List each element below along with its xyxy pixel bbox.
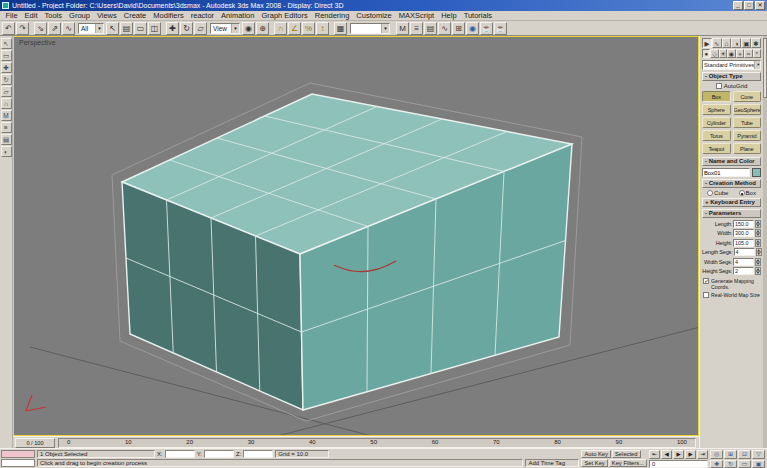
param-field-width-segs[interactable]: 4 xyxy=(733,258,754,266)
left-tool-scale-icon[interactable]: ▱ xyxy=(1,86,12,97)
next-frame-button[interactable]: ▶ xyxy=(685,450,696,459)
generate-mapping-coords-checkbox[interactable]: ✓ xyxy=(703,278,709,284)
spinner-down-icon[interactable]: ▼ xyxy=(756,252,762,256)
listener-macro-pane[interactable] xyxy=(1,450,35,458)
param-field-width[interactable]: 300.0 xyxy=(733,229,754,237)
panel-scrollbar[interactable] xyxy=(763,36,767,448)
tab-motion-icon[interactable]: ◑ xyxy=(731,38,741,48)
spinner-control[interactable]: ▲▼ xyxy=(755,220,761,228)
quick-render-icon[interactable]: ☕ xyxy=(494,22,507,35)
key-filters-button[interactable]: Key Filters... xyxy=(609,459,647,467)
autogrid-checkbox[interactable] xyxy=(716,83,722,89)
play-animation-button[interactable]: ▶ xyxy=(673,450,684,459)
select-object-icon[interactable]: ↖ xyxy=(106,22,119,35)
category-helpers-icon[interactable]: ⌖ xyxy=(736,49,744,58)
previous-frame-button[interactable]: ◀ xyxy=(661,450,672,459)
window-crossing-toggle-icon[interactable]: ◫ xyxy=(148,22,161,35)
selection-filter-dropdown[interactable]: All▼ xyxy=(78,23,104,34)
unlink-selection-icon[interactable]: ⇗ xyxy=(48,22,61,35)
select-and-link-icon[interactable]: ⇘ xyxy=(34,22,47,35)
menu-rendering[interactable]: Rendering xyxy=(311,11,353,20)
param-field-height-segs[interactable]: 2 xyxy=(733,267,754,275)
real-world-map-size-checkbox[interactable] xyxy=(703,292,709,298)
redo-icon[interactable]: ↷ xyxy=(16,22,29,35)
spinner-down-icon[interactable]: ▼ xyxy=(755,271,761,275)
rollout-object-type[interactable]: - Object Type xyxy=(702,72,761,81)
spinner-down-icon[interactable]: ▼ xyxy=(755,224,761,228)
menu-create[interactable]: Create xyxy=(120,11,150,20)
auto-key-button[interactable]: Auto Key xyxy=(581,450,611,458)
material-editor-icon[interactable]: ◉ xyxy=(466,22,479,35)
spinner-control[interactable]: ▲▼ xyxy=(755,239,761,247)
creation-method-cube[interactable]: Cube xyxy=(707,190,728,196)
menu-maxscript[interactable]: MAXScript xyxy=(395,11,437,20)
spinner-down-icon[interactable]: ▼ xyxy=(755,243,761,247)
left-tool-selection-region-icon[interactable]: ▭ xyxy=(1,50,12,61)
z-coordinate-field[interactable] xyxy=(243,450,273,458)
bind-to-space-warp-icon[interactable]: ∿ xyxy=(62,22,75,35)
use-pivot-point-center-icon[interactable]: ◉ xyxy=(242,22,255,35)
create-tube-button[interactable]: Tube xyxy=(733,117,762,128)
rollout-name-and-color[interactable]: - Name and Color xyxy=(702,157,761,166)
menu-graph-editors[interactable]: Graph Editors xyxy=(258,11,311,20)
zoom-all-button[interactable]: ⊞ xyxy=(724,450,737,459)
zoom-region-button[interactable]: ▭ xyxy=(738,460,751,468)
creation-method-box[interactable]: Box xyxy=(739,190,756,196)
close-button[interactable]: ✕ xyxy=(755,1,765,10)
menu-group[interactable]: Group xyxy=(66,11,94,20)
select-and-rotate-icon[interactable]: ↻ xyxy=(180,22,193,35)
x-coordinate-field[interactable] xyxy=(165,450,195,458)
menu-tools[interactable]: Tools xyxy=(41,11,66,20)
category-cameras-icon[interactable]: ◉ xyxy=(727,49,735,58)
menu-edit[interactable]: Edit xyxy=(21,11,41,20)
align-icon[interactable]: ≡ xyxy=(410,22,423,35)
schematic-view-icon[interactable]: ⊞ xyxy=(452,22,465,35)
render-scene-dialog-icon[interactable]: ☕ xyxy=(480,22,493,35)
create-cone-button[interactable]: Cone xyxy=(733,91,762,102)
category-lights-icon[interactable]: ☀ xyxy=(719,49,727,58)
spinner-control[interactable]: ▲▼ xyxy=(755,258,761,266)
maximize-viewport-toggle-button[interactable]: ▣ xyxy=(752,460,765,468)
snaps-toggle-icon[interactable]: ∩ xyxy=(274,22,287,35)
zoom-extents-all-button[interactable]: ⊡ xyxy=(738,450,751,459)
maxscript-mini-listener[interactable] xyxy=(1,450,35,467)
maximize-button[interactable]: □ xyxy=(744,1,754,10)
menu-customize[interactable]: Customize xyxy=(353,11,395,20)
menu-help[interactable]: Help xyxy=(438,11,460,20)
go-to-start-button[interactable]: ⇤ xyxy=(649,450,660,459)
current-frame-field[interactable]: 0 xyxy=(649,460,708,468)
create-sphere-button[interactable]: Sphere xyxy=(702,104,731,115)
rollout-parameters[interactable]: - Parameters xyxy=(702,209,761,218)
spinner-control[interactable]: ▲▼ xyxy=(755,229,761,237)
minimize-button[interactable]: _ xyxy=(733,1,743,10)
spinner-snap-toggle-icon[interactable]: ↕ xyxy=(316,22,329,35)
arc-rotate-button[interactable]: ↻ xyxy=(724,460,737,468)
menu-file[interactable]: File xyxy=(2,11,21,20)
time-slider[interactable]: 0 / 100 xyxy=(15,438,55,448)
create-cylinder-button[interactable]: Cylinder xyxy=(702,117,731,128)
reference-coordinate-system-dropdown[interactable]: View▼ xyxy=(210,23,240,34)
left-tool-move-icon[interactable]: ✚ xyxy=(1,62,12,73)
spinner-down-icon[interactable]: ▼ xyxy=(755,262,761,266)
left-tool-select-icon[interactable]: ↖ xyxy=(1,38,12,49)
menu-views[interactable]: Views xyxy=(93,11,120,20)
category-systems-icon[interactable]: * xyxy=(753,49,761,58)
panel-scrollbar-thumb[interactable] xyxy=(763,38,767,98)
spinner-control[interactable]: ▲▼ xyxy=(755,267,761,275)
left-tool-layers-icon[interactable]: ▤ xyxy=(1,134,12,145)
set-key-button[interactable]: Set Key xyxy=(581,459,607,467)
create-geosphere-button[interactable]: GeoSphere xyxy=(733,104,762,115)
primitive-class-dropdown[interactable]: Standard Primitives ▼ xyxy=(702,60,761,70)
tab-create-icon[interactable]: ▶ xyxy=(702,38,712,48)
percent-snap-toggle-icon[interactable]: % xyxy=(302,22,315,35)
menu-tutorials[interactable]: Tutorials xyxy=(460,11,495,20)
spinner-down-icon[interactable]: ▼ xyxy=(755,233,761,237)
select-and-move-icon[interactable]: ✚ xyxy=(166,22,179,35)
listener-script-pane[interactable] xyxy=(1,459,35,467)
category-space-warps-icon[interactable]: ≈ xyxy=(744,49,752,58)
edit-named-selection-sets-icon[interactable]: ▦ xyxy=(334,22,347,35)
zoom-button[interactable]: ◎ xyxy=(710,450,723,459)
param-field-length-segs[interactable]: 4 xyxy=(734,248,755,256)
object-name-field[interactable] xyxy=(702,168,750,177)
spinner-control[interactable]: ▲▼ xyxy=(756,248,762,256)
